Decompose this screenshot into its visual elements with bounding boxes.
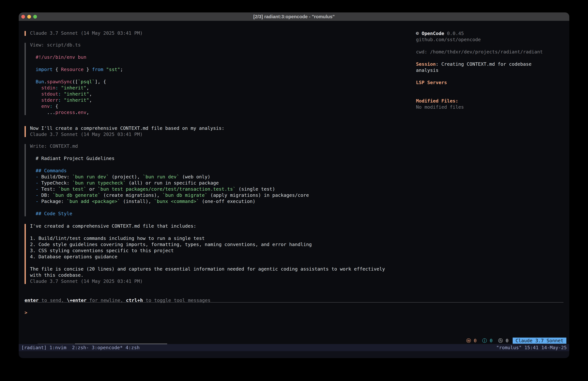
text-segment: : <box>50 104 52 109</box>
line <box>30 204 309 210</box>
text-segment <box>30 67 36 72</box>
text-segment: . <box>44 79 47 85</box>
text-segment: : Creating CONTEXT.md for codebase <box>436 61 531 67</box>
text-segment <box>58 85 61 90</box>
text-segment: ([ <box>72 79 78 85</box>
tool-call-view-file: View: script/db.ts #!/usr/bin/env bun im… <box>24 42 123 115</box>
text-segment <box>61 97 64 103</box>
text-segment: #!/usr/bin/env bun <box>30 54 86 60</box>
text-segment: (apply migrations) in packages/core <box>208 192 309 198</box>
line: I've created a comprehensive CONTEXT.md … <box>30 223 385 229</box>
line: LSP Servers <box>416 79 566 86</box>
text-segment: (create migrations), <box>101 192 163 198</box>
text-segment: The file is concise (20 lines) and captu… <box>30 266 385 272</box>
text-segment: cwd: /home/thdxr/dev/projects/radiant/ra… <box>416 49 543 55</box>
tool-write-output: Write: CONTEXT.md # Radiant Project Guid… <box>30 143 309 217</box>
line: Now I'll create a comprehensive CONTEXT.… <box>30 125 225 131</box>
text-segment: - <box>30 186 41 192</box>
line <box>416 43 566 49</box>
text-segment: Bun <box>36 79 44 85</box>
text-segment: - <box>30 174 41 179</box>
line: - Package: `bun add <package>` (install)… <box>30 198 309 204</box>
text-segment: © OpenCode <box>416 31 447 36</box>
tool-accent-bar <box>24 144 26 216</box>
text-segment: , <box>89 97 92 103</box>
line: import { Resource } from "sst"; <box>30 66 123 72</box>
window-controls <box>21 12 37 21</box>
desktop: [2/3] radiant:3:opencode - "romulus" Cla… <box>0 0 588 381</box>
text-segment: or <box>86 186 98 192</box>
text-segment: I've created a comprehensive CONTEXT.md … <box>30 223 196 229</box>
message-text: Now I'll create a comprehensive CONTEXT.… <box>30 125 225 137</box>
line <box>416 73 566 79</box>
text-segment: ; <box>120 67 123 72</box>
text-segment: Modified Files: <box>416 98 458 104</box>
text-segment: # Radiant Project Guidelines <box>30 156 115 161</box>
text-segment: env <box>41 104 50 109</box>
line: analysis <box>416 67 566 73</box>
text-segment: ... <box>30 110 55 115</box>
text-segment: : <box>58 91 61 97</box>
text-segment: stdout <box>41 91 58 97</box>
text-segment: Build/Dev: <box>41 174 72 179</box>
tmux-windows-list[interactable]: [radiant] 1:nvim 2:zsh- 3:opencode* 4:zs… <box>21 344 140 351</box>
text-segment: - <box>30 180 41 186</box>
text-segment: Resource <box>61 67 84 72</box>
text-segment: 4. Database operations guidance <box>30 254 117 259</box>
text-segment: (project), <box>109 174 143 179</box>
line: Claude 3.7 Sonnet (14 May 2025 03:41 PM) <box>30 131 225 137</box>
message-accent-bar <box>24 31 26 36</box>
text-segment: `bun run typecheck` <box>72 180 126 186</box>
text-segment: "inherit" <box>64 97 89 103</box>
text-segment: (web only) <box>179 174 210 179</box>
close-button[interactable] <box>21 15 25 19</box>
text-segment: View: script/db.ts <box>30 42 81 48</box>
line: No modified files <box>416 104 566 110</box>
line: cwd: /home/thdxr/dev/projects/radiant/ra… <box>416 49 566 55</box>
text-segment: ## Code Style <box>30 211 72 216</box>
text-segment: "inherit" <box>64 91 89 97</box>
text-segment: (one-off execution) <box>199 199 255 204</box>
text-segment: LSP Servers <box>416 80 447 85</box>
text-segment: DB: <box>41 192 53 198</box>
text-segment: 3. CSS styling conventions specific to t… <box>30 248 174 253</box>
tool-view-output: View: script/db.ts #!/usr/bin/env bun im… <box>30 42 123 115</box>
line <box>30 260 385 266</box>
line <box>30 149 309 155</box>
line: stdin: "inherit", <box>30 85 123 91</box>
text-segment: { <box>53 67 61 72</box>
status-bar-right: ⓦ 0 ⓘ 0 ⓗ 0 Claude 3.7 Sonnet <box>466 337 566 344</box>
assistant-message-header: Claude 3.7 Sonnet (14 May 2025 03:41 PM) <box>24 30 143 36</box>
line <box>416 92 566 98</box>
text-segment: : <box>58 97 61 103</box>
text-segment <box>61 91 64 97</box>
line <box>416 55 566 61</box>
zoom-button[interactable] <box>33 15 37 19</box>
text-segment: `bun add <package>` <box>67 199 120 204</box>
tool-call-write-file: Write: CONTEXT.md # Radiant Project Guid… <box>24 143 309 217</box>
minimize-button[interactable] <box>27 15 31 19</box>
line: ...process.env, <box>30 109 123 115</box>
prompt-input[interactable]: > <box>24 310 27 316</box>
line <box>30 48 123 54</box>
text-segment <box>30 79 36 85</box>
prompt-symbol: > <box>24 310 27 315</box>
line <box>416 86 566 92</box>
line: env: { <box>30 103 123 109</box>
session-sidebar: © OpenCode 0.0.45github.com/sst/opencode… <box>416 30 566 110</box>
text-segment: ## Commands <box>30 168 67 173</box>
line: Session: Creating CONTEXT.md for codebas… <box>416 61 566 67</box>
line: 3. CSS styling conventions specific to t… <box>30 247 385 254</box>
status-bar: ctrl+? helpTokens: 16.4K (8%), Cost: $0.… <box>21 337 566 344</box>
line: © OpenCode 0.0.45 <box>416 30 566 37</box>
line: - DB: `bun db generate` (create migratio… <box>30 192 309 198</box>
text-segment: "sst" <box>106 67 120 72</box>
line: View: script/db.ts <box>30 42 123 48</box>
line: - TypeCheck: `bun run typecheck` (all) o… <box>30 180 309 186</box>
text-segment: `bun run dev` <box>72 174 109 179</box>
text-segment: - <box>30 199 41 204</box>
text-segment: No modified files <box>416 104 464 110</box>
line: - Test: `bun test` or `bun test packages… <box>30 186 309 192</box>
window-titlebar: [2/3] radiant:3:opencode - "romulus" <box>19 12 569 21</box>
text-segment: analysis <box>416 67 439 73</box>
